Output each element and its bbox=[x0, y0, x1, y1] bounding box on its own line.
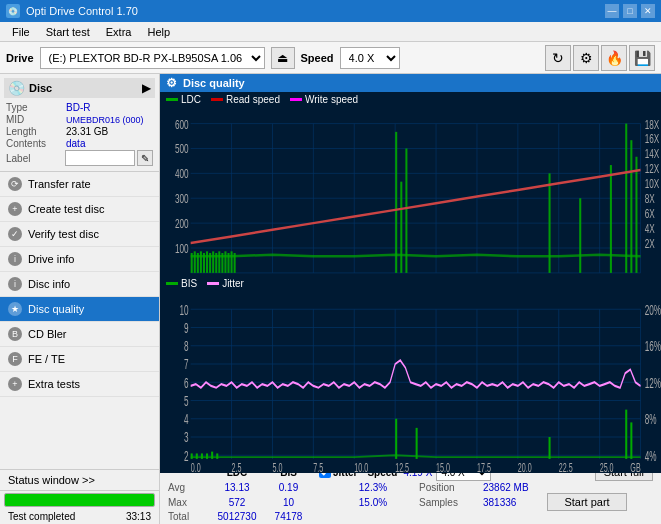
svg-rect-50 bbox=[400, 182, 402, 273]
svg-text:25.0: 25.0 bbox=[600, 460, 614, 473]
chart2: BIS Jitter bbox=[160, 276, 661, 459]
save-button[interactable]: 💾 bbox=[629, 45, 655, 71]
svg-text:7.5: 7.5 bbox=[313, 460, 323, 473]
nav-create-test-disc[interactable]: + Create test disc bbox=[0, 197, 159, 222]
disc-contents-row: Contents data bbox=[4, 138, 155, 149]
disc-title: Disc bbox=[29, 82, 52, 94]
svg-text:2X: 2X bbox=[645, 236, 655, 250]
ldc-color bbox=[166, 98, 178, 101]
svg-text:300: 300 bbox=[175, 191, 189, 205]
label-input[interactable] bbox=[65, 150, 135, 166]
menu-help[interactable]: Help bbox=[139, 24, 178, 40]
svg-rect-112 bbox=[416, 427, 418, 458]
disc-panel: 💿 Disc ▶ Type BD-R MID UMEBDR016 (000) L… bbox=[0, 74, 159, 172]
eject-button[interactable]: ⏏ bbox=[271, 47, 295, 69]
status-window-button[interactable]: Status window >> bbox=[0, 470, 159, 491]
disc-type-value: BD-R bbox=[66, 102, 90, 113]
chart2-legend: BIS Jitter bbox=[160, 276, 661, 291]
burn-button[interactable]: 🔥 bbox=[601, 45, 627, 71]
drive-info-icon: i bbox=[8, 252, 22, 266]
disc-mid-label: MID bbox=[6, 114, 66, 125]
charts-area: LDC Read speed Write speed bbox=[160, 92, 661, 458]
nav-cd-bler-label: CD Bler bbox=[28, 328, 67, 340]
start-part-button[interactable]: Start part bbox=[547, 493, 627, 511]
svg-rect-113 bbox=[549, 437, 551, 459]
disc-info-icon: i bbox=[8, 277, 22, 291]
svg-rect-107 bbox=[201, 453, 203, 458]
svg-text:500: 500 bbox=[175, 141, 189, 155]
sidebar-status: Status window >> Test completed 33:13 bbox=[0, 469, 159, 524]
nav-drive-info[interactable]: i Drive info bbox=[0, 247, 159, 272]
svg-rect-54 bbox=[610, 165, 612, 273]
disc-header: 💿 Disc ▶ bbox=[4, 78, 155, 98]
write-speed-legend-label: Write speed bbox=[305, 94, 358, 105]
disc-mid-value: UMEBDR016 (000) bbox=[66, 115, 144, 125]
extra-tests-icon: + bbox=[8, 377, 22, 391]
svg-text:5.0: 5.0 bbox=[272, 460, 282, 473]
minimize-button[interactable]: — bbox=[605, 4, 619, 18]
svg-text:14X: 14X bbox=[645, 146, 660, 160]
svg-text:200: 200 bbox=[175, 216, 189, 230]
chart2-svg: 10 9 8 7 6 5 4 3 2 20% 16% 12% 8% 4% bbox=[160, 291, 661, 474]
app-icon: 💿 bbox=[6, 4, 20, 18]
svg-text:7: 7 bbox=[184, 355, 189, 372]
svg-text:600: 600 bbox=[175, 117, 189, 131]
menu-start-test[interactable]: Start test bbox=[38, 24, 98, 40]
svg-text:17.5: 17.5 bbox=[477, 460, 491, 473]
samples-value: 381336 bbox=[483, 497, 543, 508]
drivebar: Drive (E:) PLEXTOR BD-R PX-LB950SA 1.06 … bbox=[0, 42, 661, 74]
disc-length-row: Length 23.31 GB bbox=[4, 126, 155, 137]
svg-text:3: 3 bbox=[184, 428, 189, 445]
close-button[interactable]: ✕ bbox=[641, 4, 655, 18]
write-speed-color bbox=[290, 98, 302, 101]
settings-button[interactable]: ⚙ bbox=[573, 45, 599, 71]
svg-text:4%: 4% bbox=[645, 447, 657, 464]
fe-te-icon: F bbox=[8, 352, 22, 366]
disc-length-value: 23.31 GB bbox=[66, 126, 108, 137]
svg-text:16%: 16% bbox=[645, 337, 661, 354]
nav-transfer-rate[interactable]: ⟳ Transfer rate bbox=[0, 172, 159, 197]
svg-text:10X: 10X bbox=[645, 176, 660, 190]
nav-disc-info[interactable]: i Disc info bbox=[0, 272, 159, 297]
label-edit-button[interactable]: ✎ bbox=[137, 150, 153, 166]
svg-rect-110 bbox=[216, 453, 218, 458]
create-test-disc-icon: + bbox=[8, 202, 22, 216]
svg-rect-43 bbox=[218, 251, 220, 273]
max-bis: 10 bbox=[266, 497, 311, 508]
svg-rect-49 bbox=[395, 132, 397, 273]
svg-text:22.5: 22.5 bbox=[559, 460, 573, 473]
svg-text:10: 10 bbox=[180, 301, 189, 318]
svg-text:2: 2 bbox=[184, 447, 189, 464]
max-jitter: 15.0% bbox=[315, 497, 415, 508]
cd-bler-icon: B bbox=[8, 327, 22, 341]
app-title: Opti Drive Control 1.70 bbox=[26, 5, 138, 17]
refresh-button[interactable]: ↻ bbox=[545, 45, 571, 71]
bis-legend-item: BIS bbox=[166, 278, 197, 289]
drive-select[interactable]: (E:) PLEXTOR BD-R PX-LB950SA 1.06 bbox=[40, 47, 265, 69]
menubar: File Start test Extra Help bbox=[0, 22, 661, 42]
nav-verify-test-disc[interactable]: ✓ Verify test disc bbox=[0, 222, 159, 247]
bis-color bbox=[166, 282, 178, 285]
disc-expand-icon[interactable]: ▶ bbox=[142, 81, 151, 95]
disc-quality-icon: ★ bbox=[8, 302, 22, 316]
nav-disc-quality[interactable]: ★ Disc quality bbox=[0, 297, 159, 322]
nav-cd-bler[interactable]: B CD Bler bbox=[0, 322, 159, 347]
menu-file[interactable]: File bbox=[4, 24, 38, 40]
nav-fe-te[interactable]: F FE / TE bbox=[0, 347, 159, 372]
disc-type-row: Type BD-R bbox=[4, 102, 155, 113]
avg-label: Avg bbox=[168, 482, 208, 493]
speed-select[interactable]: 4.0 X 1.0 X 2.0 X 6.0 X 8.0 X bbox=[340, 47, 400, 69]
nav-extra-tests[interactable]: + Extra tests bbox=[0, 372, 159, 397]
svg-rect-114 bbox=[625, 409, 627, 458]
svg-text:400: 400 bbox=[175, 166, 189, 180]
position-value: 23862 MB bbox=[483, 482, 543, 493]
svg-rect-55 bbox=[625, 124, 627, 273]
disc-quality-title: Disc quality bbox=[183, 77, 245, 89]
svg-rect-115 bbox=[630, 422, 632, 459]
maximize-button[interactable]: □ bbox=[623, 4, 637, 18]
menu-extra[interactable]: Extra bbox=[98, 24, 140, 40]
dq-icon: ⚙ bbox=[166, 76, 177, 90]
disc-quality-header: ⚙ Disc quality bbox=[160, 74, 661, 92]
nav-disc-quality-label: Disc quality bbox=[28, 303, 84, 315]
ldc-legend-label: LDC bbox=[181, 94, 201, 105]
